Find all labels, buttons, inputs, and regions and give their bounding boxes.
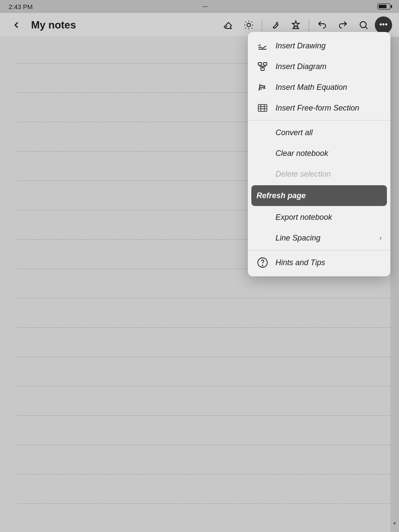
chevron-right-icon: › bbox=[380, 234, 382, 242]
export-notebook-label: Export notebook bbox=[276, 213, 382, 222]
line-spacing-label: Line Spacing bbox=[276, 234, 373, 243]
menu-item-insert-freeform[interactable]: Insert Free-form Section bbox=[248, 98, 390, 118]
svg-line-8 bbox=[251, 22, 252, 22]
status-time: 2:43 PM bbox=[9, 3, 33, 10]
highlighter-button[interactable] bbox=[286, 16, 305, 35]
menu-item-insert-drawing[interactable]: Insert Drawing bbox=[248, 35, 390, 56]
menu-item-line-spacing[interactable]: Line Spacing › bbox=[248, 228, 390, 248]
help-icon bbox=[256, 256, 269, 269]
notebook-line bbox=[17, 415, 390, 416]
menu-item-insert-math[interactable]: Insert Math Equation bbox=[248, 77, 390, 98]
convert-all-label: Convert all bbox=[276, 128, 382, 137]
menu-item-hints-tips[interactable]: Hints and Tips bbox=[248, 252, 390, 273]
status-right bbox=[377, 3, 390, 10]
brightness-button[interactable] bbox=[239, 16, 258, 35]
toolbar-divider-2 bbox=[309, 19, 309, 31]
notebook-line bbox=[17, 298, 390, 298]
math-icon bbox=[256, 81, 269, 93]
svg-rect-16 bbox=[258, 104, 267, 111]
battery-fill bbox=[379, 5, 386, 8]
scrollbar[interactable]: ▾ bbox=[390, 37, 399, 532]
menu-item-convert-all[interactable]: Convert all bbox=[248, 122, 390, 143]
notebook-line bbox=[17, 445, 390, 445]
svg-rect-12 bbox=[258, 63, 262, 65]
more-dots-icon: ••• bbox=[380, 20, 388, 29]
search-button[interactable] bbox=[354, 16, 373, 35]
delete-selection-label: Delete selection bbox=[276, 170, 382, 179]
svg-point-0 bbox=[247, 23, 250, 27]
menu-item-refresh-page[interactable]: Refresh page bbox=[251, 185, 387, 206]
insert-freeform-label: Insert Free-form Section bbox=[276, 104, 382, 113]
freeform-icon bbox=[256, 102, 269, 114]
status-center: — bbox=[203, 3, 208, 10]
svg-line-7 bbox=[245, 28, 246, 28]
svg-rect-13 bbox=[263, 63, 267, 65]
svg-line-3 bbox=[245, 22, 246, 22]
back-button[interactable] bbox=[7, 16, 26, 35]
toolbar-left: My notes bbox=[7, 16, 218, 35]
toolbar-right: ••• bbox=[218, 16, 392, 35]
eraser-button[interactable] bbox=[218, 16, 238, 35]
diagram-icon bbox=[256, 60, 269, 73]
notebook-line bbox=[17, 474, 390, 475]
scroll-down-arrow[interactable]: ▾ bbox=[390, 519, 399, 528]
notebook-line bbox=[17, 386, 390, 386]
redo-button[interactable] bbox=[333, 16, 352, 35]
notebook-line bbox=[17, 504, 390, 504]
svg-point-22 bbox=[262, 265, 263, 266]
undo-button[interactable] bbox=[313, 16, 332, 35]
battery-icon bbox=[377, 3, 390, 10]
dropdown-menu: Insert Drawing Insert Diagram Insert Mat… bbox=[248, 32, 390, 276]
menu-separator-1 bbox=[248, 120, 390, 120]
drawing-icon bbox=[256, 40, 269, 52]
status-bar: 2:43 PM — bbox=[0, 0, 399, 13]
more-options-button[interactable]: ••• bbox=[375, 16, 392, 34]
svg-line-4 bbox=[251, 28, 252, 28]
menu-item-clear-notebook[interactable]: Clear notebook bbox=[248, 143, 390, 164]
menu-item-insert-diagram[interactable]: Insert Diagram bbox=[248, 56, 390, 77]
insert-diagram-label: Insert Diagram bbox=[276, 62, 382, 71]
svg-line-10 bbox=[366, 27, 367, 28]
refresh-page-label: Refresh page bbox=[256, 191, 382, 200]
page-title: My notes bbox=[31, 19, 76, 31]
pen-button[interactable] bbox=[266, 16, 285, 35]
menu-separator-2 bbox=[248, 250, 390, 250]
svg-point-9 bbox=[360, 22, 366, 28]
hints-tips-label: Hints and Tips bbox=[276, 258, 382, 267]
toolbar-divider bbox=[262, 19, 262, 31]
clear-notebook-label: Clear notebook bbox=[276, 149, 382, 158]
menu-item-export-notebook[interactable]: Export notebook bbox=[248, 207, 390, 228]
insert-drawing-label: Insert Drawing bbox=[276, 41, 382, 51]
notebook-line bbox=[17, 327, 390, 328]
menu-item-delete-selection: Delete selection bbox=[248, 164, 390, 184]
insert-math-label: Insert Math Equation bbox=[276, 83, 382, 92]
notebook-line bbox=[17, 357, 390, 357]
svg-rect-14 bbox=[261, 68, 264, 70]
